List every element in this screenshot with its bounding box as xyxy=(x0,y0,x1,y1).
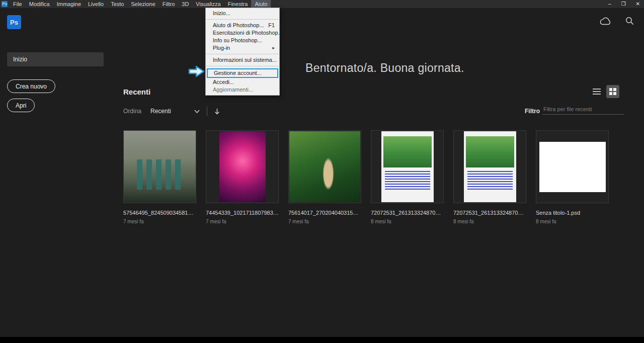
help-menu-item-plug-in[interactable]: Plug-in ▸ xyxy=(206,44,279,52)
recent-file-card[interactable]: 72072531_2613133248707690... 8 mesi fa xyxy=(453,130,526,224)
divider xyxy=(207,107,207,116)
help-menu-item-aiuto-di-photoshop[interactable]: Aiuto di Photoshop... F1 xyxy=(206,22,279,29)
view-toggles xyxy=(590,85,619,98)
file-age: 8 mesi fa xyxy=(536,219,609,224)
sort-dropdown[interactable]: Recenti xyxy=(150,108,200,115)
file-age: 7 mesi fa xyxy=(288,219,361,224)
file-thumbnail xyxy=(536,130,609,203)
menubar: Ps File Modifica Immagine Livello Testo … xyxy=(0,0,644,8)
minimize-button[interactable]: – xyxy=(608,0,611,8)
create-new-button[interactable]: Crea nuovo xyxy=(7,79,55,93)
help-menu: Inizio... Aiuto di Photoshop... F1 Eserc… xyxy=(205,8,280,96)
submenu-arrow-icon: ▸ xyxy=(272,44,275,52)
file-name: 72072531_2613133248707690... xyxy=(453,210,526,216)
help-menu-item-aggiornamenti[interactable]: Aggiornamenti... xyxy=(206,86,279,94)
recent-file-card[interactable]: 75614017_2702040403150307... 7 mesi fa xyxy=(288,130,361,224)
sort-row: Ordina Recenti xyxy=(123,107,220,116)
file-age: 8 mesi fa xyxy=(371,219,444,224)
recent-file-card[interactable]: 57546495_824509034581921... 7 mesi fa xyxy=(123,130,196,224)
sort-value: Recenti xyxy=(150,108,171,115)
menu-visualizza[interactable]: Visualizza xyxy=(192,0,224,8)
grid-icon xyxy=(609,88,616,95)
ps-app-icon: Ps xyxy=(2,1,8,7)
menu-filtro[interactable]: Filtro xyxy=(159,0,178,8)
menu-aiuto[interactable]: Aiuto xyxy=(251,0,271,8)
menu-finestra[interactable]: Finestra xyxy=(224,0,252,8)
filter-input[interactable] xyxy=(542,104,624,115)
menu-selezione[interactable]: Selezione xyxy=(127,0,158,8)
menu-file[interactable]: File xyxy=(10,0,26,8)
sort-direction-button[interactable] xyxy=(214,108,220,115)
help-menu-item-gestione-account[interactable]: Gestione account... xyxy=(207,68,278,78)
help-menu-item-accedi[interactable]: Accedi... xyxy=(206,78,279,86)
file-name: 74454339_10217118079839112... xyxy=(206,210,279,216)
help-menu-item-informazioni-sistema[interactable]: Informazioni sul sistema... xyxy=(206,56,279,64)
menu-modifica[interactable]: Modifica xyxy=(26,0,53,8)
menu-livello[interactable]: Livello xyxy=(85,0,107,8)
sort-label: Ordina xyxy=(123,108,141,115)
open-button[interactable]: Apri xyxy=(7,99,35,112)
recent-file-card[interactable]: 74454339_10217118079839112... 7 mesi fa xyxy=(206,130,279,224)
recent-title: Recenti xyxy=(123,88,150,96)
file-thumbnail xyxy=(371,130,444,203)
list-icon xyxy=(593,88,601,95)
recent-file-card[interactable]: 72072531_2613133248707690... 8 mesi fa xyxy=(371,130,444,224)
recent-files-grid: 57546495_824509034581921... 7 mesi fa 74… xyxy=(123,130,609,224)
filter-label: Filtro xyxy=(525,108,540,115)
grid-view-button[interactable] xyxy=(606,85,619,98)
file-name: 57546495_824509034581921... xyxy=(123,210,196,216)
menu-separator xyxy=(206,54,279,54)
ps-logo: Ps xyxy=(7,15,21,29)
menu-3d[interactable]: 3D xyxy=(178,0,192,8)
help-menu-item-info-su-photoshop[interactable]: Info su Photoshop... xyxy=(206,37,279,44)
restore-button[interactable]: ❐ xyxy=(621,0,626,8)
file-thumbnail xyxy=(206,130,279,203)
bottom-edge xyxy=(0,337,644,343)
file-thumbnail xyxy=(453,130,526,203)
list-view-button[interactable] xyxy=(590,85,603,98)
arrow-down-icon xyxy=(214,108,220,115)
menu-separator xyxy=(206,19,279,20)
sidebar-item-home[interactable]: Inizio xyxy=(7,52,104,66)
file-thumbnail xyxy=(288,130,361,203)
help-menu-item-inizio[interactable]: Inizio... xyxy=(206,10,279,17)
file-name: 75614017_2702040403150307... xyxy=(288,210,361,216)
file-name: 72072531_2613133248707690... xyxy=(371,210,444,216)
file-thumbnail xyxy=(123,130,196,203)
menu-testo[interactable]: Testo xyxy=(107,0,127,8)
file-age: 7 mesi fa xyxy=(123,219,196,224)
file-age: 8 mesi fa xyxy=(453,219,526,224)
file-name: Senza titolo-1.psd xyxy=(536,210,609,216)
creative-cloud-icon[interactable] xyxy=(599,17,611,25)
photoshop-window: Ps File Modifica Immagine Livello Testo … xyxy=(0,0,644,343)
close-button[interactable]: ✕ xyxy=(636,0,640,8)
window-controls: – ❐ ✕ xyxy=(608,0,640,8)
search-icon[interactable] xyxy=(625,17,634,25)
chevron-down-icon xyxy=(194,110,200,113)
file-age: 7 mesi fa xyxy=(206,219,279,224)
menu-separator xyxy=(206,66,279,66)
welcome-message: Bentornato/a. Buona giornata. xyxy=(305,61,464,75)
annotation-arrow-icon xyxy=(188,65,205,78)
menu-immagine[interactable]: Immagine xyxy=(53,0,85,8)
menu-shortcut: F1 xyxy=(268,22,275,29)
top-icons xyxy=(599,17,634,25)
help-menu-item-esercitazioni[interactable]: Esercitazioni di Photoshop... xyxy=(206,29,279,37)
recent-file-card[interactable]: Senza titolo-1.psd 8 mesi fa xyxy=(536,130,609,224)
